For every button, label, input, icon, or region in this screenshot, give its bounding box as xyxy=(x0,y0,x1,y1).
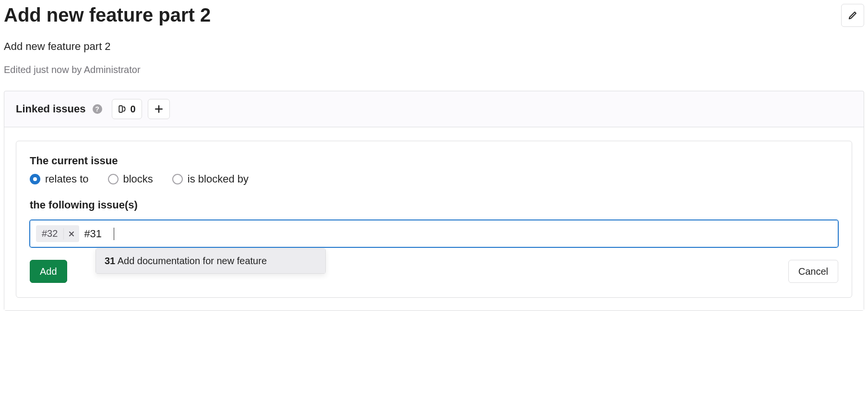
plus-icon xyxy=(155,105,163,113)
add-linked-issue-button[interactable] xyxy=(148,99,170,119)
cancel-button[interactable]: Cancel xyxy=(788,260,838,283)
issue-icon xyxy=(118,105,127,113)
radio-indicator xyxy=(30,174,40,184)
edit-title-button[interactable] xyxy=(841,4,864,27)
linked-issues-title: Linked issues xyxy=(16,103,86,115)
link-form-heading: The current issue xyxy=(30,155,838,167)
text-caret xyxy=(114,228,114,240)
radio-label: blocks xyxy=(123,173,153,185)
radio-indicator xyxy=(108,174,119,184)
linked-issues-panel: Linked issues ? 0 The current issue xyxy=(4,91,864,311)
pencil-icon xyxy=(848,11,857,20)
add-button[interactable]: Add xyxy=(30,260,67,283)
radio-indicator xyxy=(172,174,183,184)
suggestion-item[interactable]: 31 Add documentation for new feature xyxy=(96,249,325,273)
relationship-radio-group: relates to blocks is blocked by xyxy=(30,173,838,185)
linked-issues-count[interactable]: 0 xyxy=(112,99,142,119)
radio-is-blocked-by[interactable]: is blocked by xyxy=(172,173,249,185)
token-text: #32 xyxy=(36,225,63,242)
issue-token-input[interactable]: #32 31 Add documentation for new feature xyxy=(30,220,838,247)
issue-title: Add new feature part 2 xyxy=(4,4,211,26)
issue-token: #32 xyxy=(36,225,79,242)
link-form-container: The current issue relates to blocks is b… xyxy=(4,127,864,310)
link-form-card: The current issue relates to blocks is b… xyxy=(16,141,852,298)
radio-blocks[interactable]: blocks xyxy=(108,173,153,185)
linked-count-value: 0 xyxy=(131,104,136,115)
issue-suggestions-dropdown: 31 Add documentation for new feature xyxy=(95,248,326,274)
issue-description: Add new feature part 2 xyxy=(4,40,864,53)
following-issues-label: the following issue(s) xyxy=(30,199,838,211)
issue-search-input[interactable] xyxy=(84,228,113,240)
radio-label: relates to xyxy=(45,173,89,185)
remove-token-button[interactable] xyxy=(63,228,79,240)
suggestion-number: 31 xyxy=(105,256,115,266)
suggestion-title: Add documentation for new feature xyxy=(118,256,267,266)
edited-meta: Edited just now by Administrator xyxy=(4,64,864,75)
radio-label: is blocked by xyxy=(188,173,249,185)
svg-rect-0 xyxy=(119,106,122,112)
help-icon[interactable]: ? xyxy=(93,104,102,114)
radio-relates-to[interactable]: relates to xyxy=(30,173,89,185)
linked-issues-header: Linked issues ? 0 xyxy=(4,91,864,127)
